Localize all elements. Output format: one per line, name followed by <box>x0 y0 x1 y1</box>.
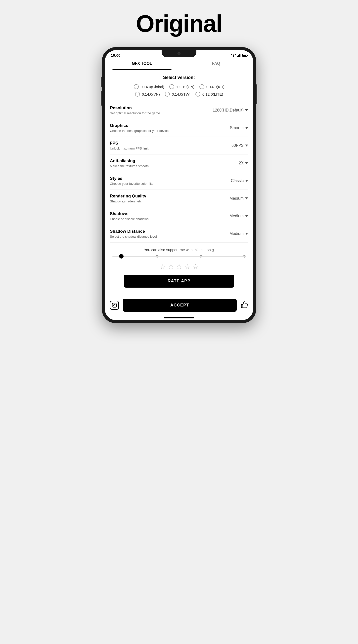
slider-container[interactable] <box>110 256 248 258</box>
home-bar <box>164 317 194 318</box>
svg-rect-3 <box>240 54 241 57</box>
battery-icon <box>242 54 247 57</box>
support-text: You can also support me with this button… <box>110 248 248 252</box>
star-2[interactable]: ☆ <box>168 262 174 271</box>
notch <box>162 50 196 57</box>
version-option-kr[interactable]: 0.14.0(KR) <box>199 84 224 89</box>
status-time: 10:00 <box>111 53 120 57</box>
page-wrapper: Original 10:00 <box>80 0 278 323</box>
radio-lite[interactable] <box>195 92 200 96</box>
tab-gfx-tool[interactable]: GFX TOOL <box>105 57 179 70</box>
radio-global[interactable] <box>134 84 139 89</box>
fps-dropdown[interactable]: 60FPS <box>231 143 248 148</box>
phone-screen: 10:00 <box>105 50 253 320</box>
chevron-down-icon <box>245 162 248 164</box>
page-title: Original <box>136 10 222 37</box>
chevron-down-icon <box>245 233 248 235</box>
chevron-down-icon <box>245 144 248 146</box>
radio-tw[interactable] <box>165 92 170 96</box>
version-title: Select version: <box>110 75 248 80</box>
graphics-dropdown[interactable]: Smooth <box>230 126 248 130</box>
version-option-cn[interactable]: 1.2.10(CN) <box>169 84 194 89</box>
rate-app-button[interactable]: RATE APP <box>124 275 234 288</box>
instagram-icon[interactable] <box>110 301 119 310</box>
support-section: You can also support me with this button… <box>110 243 248 295</box>
slider-track <box>112 256 246 257</box>
star-5[interactable]: ☆ <box>192 262 199 271</box>
home-indicator <box>105 315 253 320</box>
accept-button[interactable]: ACCEPT <box>123 299 237 312</box>
side-button-left1 <box>101 77 102 87</box>
phone-device: 10:00 <box>102 47 256 323</box>
rendering-dropdown[interactable]: Medium <box>229 196 248 201</box>
version-section: Select version: 0.14.0(Global) 1.2.10(CN… <box>110 70 248 102</box>
setting-graphics: Graphics Choose the best graphics for yo… <box>110 119 248 137</box>
chevron-down-icon <box>245 127 248 129</box>
version-option-lite[interactable]: 0.12.0(LITE) <box>195 92 223 96</box>
side-button-left2 <box>101 91 102 106</box>
star-4[interactable]: ☆ <box>184 262 190 271</box>
status-bar: 10:00 <box>105 50 253 57</box>
shadow-distance-dropdown[interactable]: Medium <box>229 232 248 236</box>
radio-vn[interactable] <box>135 92 140 96</box>
version-option-tw[interactable]: 0.14.0(TW) <box>165 92 190 96</box>
slider-dots <box>112 257 246 258</box>
setting-shadow-distance: Shadow Distance Select the shadow distan… <box>110 225 248 243</box>
thumbsup-icon[interactable] <box>241 301 248 310</box>
camera <box>178 52 180 55</box>
side-button-right <box>256 84 257 104</box>
version-row-1: 0.14.0(Global) 1.2.10(CN) 0.14.0(KR) <box>110 84 248 89</box>
radio-cn[interactable] <box>169 84 174 89</box>
svg-rect-4 <box>112 303 117 308</box>
setting-shadows: Shadows Enable or disable shadows Medium <box>110 208 248 225</box>
tab-faq[interactable]: FAQ <box>179 57 253 70</box>
svg-rect-0 <box>237 56 238 57</box>
version-row-2: 0.14.0(VN) 0.14.0(TW) 0.12.0(LITE) <box>110 92 248 96</box>
stars-rating[interactable]: ☆ ☆ ☆ ☆ ☆ <box>110 262 248 271</box>
star-1[interactable]: ☆ <box>160 262 166 271</box>
bottom-bar: ACCEPT <box>105 295 253 315</box>
setting-styles: Styles Choose your favorite color filter… <box>110 172 248 190</box>
wifi-icon <box>231 54 236 57</box>
chevron-down-icon <box>245 215 248 217</box>
version-option-vn[interactable]: 0.14.0(VN) <box>135 92 160 96</box>
setting-antialiasing: Anti-aliasing Makes the textures smooth … <box>110 154 248 172</box>
svg-point-5 <box>114 304 115 306</box>
svg-rect-1 <box>238 55 239 57</box>
radio-kr[interactable] <box>199 84 204 89</box>
chevron-down-icon <box>245 180 248 182</box>
star-3[interactable]: ☆ <box>176 262 182 271</box>
version-option-global[interactable]: 0.14.0(Global) <box>134 84 164 89</box>
signal-icon <box>237 54 241 57</box>
svg-rect-2 <box>239 54 240 57</box>
antialiasing-dropdown[interactable]: 2X <box>239 161 248 166</box>
chevron-down-icon <box>245 109 248 111</box>
slider-thumb[interactable] <box>119 254 124 258</box>
setting-fps: FPS Unlock maximum FPS limit 60FPS <box>110 137 248 154</box>
main-content: Select version: 0.14.0(Global) 1.2.10(CN… <box>105 70 253 295</box>
svg-point-6 <box>115 304 116 304</box>
setting-rendering: Rendering Quality Shadows,shaders, etc M… <box>110 190 248 208</box>
tab-bar: GFX TOOL FAQ <box>105 57 253 70</box>
shadows-dropdown[interactable]: Medium <box>229 214 248 218</box>
status-icons <box>231 54 247 57</box>
resolution-dropdown[interactable]: 1280(HD,Default) <box>213 108 248 112</box>
styles-dropdown[interactable]: Classic <box>231 178 248 183</box>
chevron-down-icon <box>245 198 248 200</box>
setting-resolution: Resolution Set optimal resolution for th… <box>110 102 248 119</box>
